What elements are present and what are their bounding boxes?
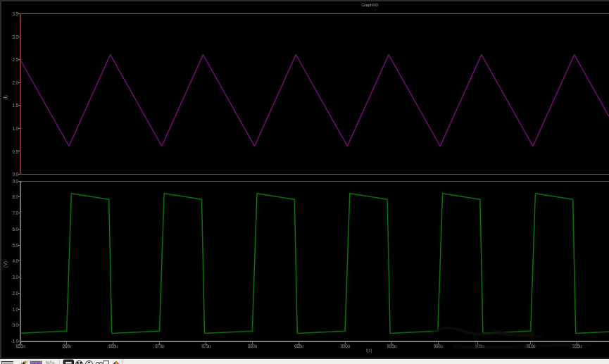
svg-text:⅝˟=: ⅝˟= xyxy=(46,360,56,364)
